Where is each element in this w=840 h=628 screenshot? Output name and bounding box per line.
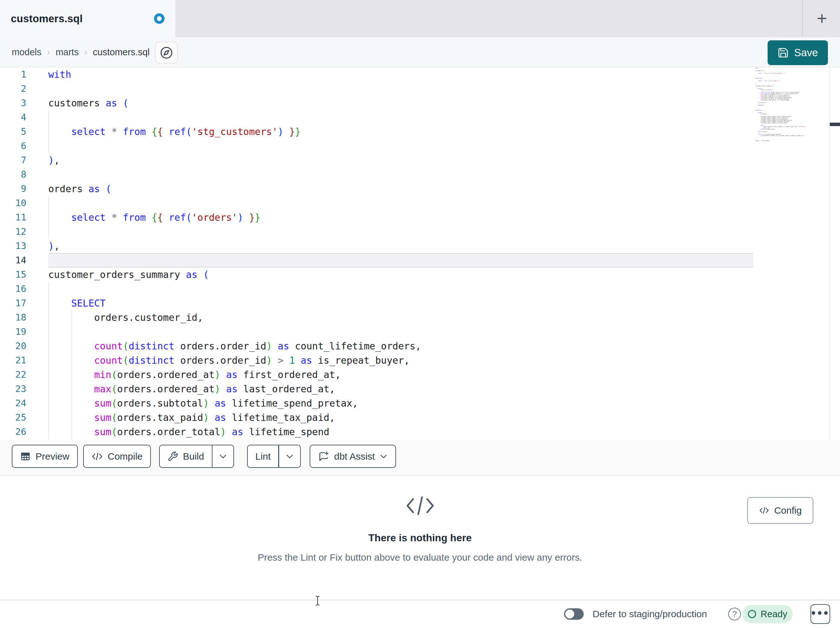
chevron-right-icon: › [84,47,87,57]
line-number[interactable]: 20 [0,339,41,353]
build-dropdown-button[interactable] [212,445,234,467]
code-line: ), [48,153,753,168]
code-line: sum(orders.order_total) as lifetime_spen… [48,425,753,439]
chevron-down-icon [286,454,294,459]
chevron-right-icon: › [47,47,50,57]
code-editor[interactable]: 1234567891011121314151617181920212223242… [0,67,840,440]
assist-chat-icon [318,451,329,462]
floppy-disk-icon [777,47,789,59]
file-tab-customers-sql[interactable]: customers.sql [0,0,175,37]
code-line [48,253,753,267]
line-number[interactable]: 26 [0,425,41,439]
line-number[interactable]: 6 [0,139,41,153]
line-number[interactable]: 5 [0,125,41,139]
new-tab-button[interactable]: + [810,7,833,30]
line-number[interactable]: 2 [0,82,41,96]
code-line [48,325,753,339]
minimap-line: select * from joined [755,140,829,141]
line-number[interactable]: 22 [0,367,41,382]
config-button-label: Config [774,505,802,516]
code-brackets-icon [405,495,436,517]
code-line: customers as ( [48,96,753,110]
defer-toggle[interactable] [564,608,584,620]
code-icon [759,506,769,515]
help-icon[interactable]: ? [728,607,741,620]
line-number[interactable]: 17 [0,296,41,310]
code-line: count(distinct orders.order_id) > 1 as i… [48,353,753,367]
code-line [48,282,753,296]
code-lines[interactable]: withcustomers as ( select * from {{ ref(… [48,67,753,439]
code-line: ), [48,239,753,253]
empty-state-subtitle: Press the Lint or Fix button above to ev… [257,552,582,563]
build-button[interactable]: Build [159,445,234,468]
code-line: customer_orders_summary as ( [48,267,753,282]
line-number[interactable]: 11 [0,210,41,225]
line-number[interactable]: 15 [0,267,41,282]
line-number[interactable]: 1 [0,67,41,82]
code-line: SELECT [48,296,753,310]
toggle-knob [565,610,574,619]
wrench-icon [167,451,178,462]
ellipsis-icon: ●●● [811,612,829,615]
line-number[interactable]: 21 [0,353,41,367]
chevron-down-icon [219,454,227,459]
empty-state-title: There is nothing here [368,532,472,544]
line-number[interactable]: 4 [0,110,41,125]
line-number[interactable]: 13 [0,239,41,253]
line-number[interactable]: 3 [0,96,41,110]
code-line [48,82,753,96]
code-line [48,225,753,239]
status-badge-label: Ready [761,609,787,619]
tab-bar-divider [802,0,803,37]
breadcrumb-item-marts[interactable]: marts [55,47,79,57]
line-number[interactable]: 16 [0,282,41,296]
line-number[interactable]: 19 [0,325,41,339]
code-line [48,168,753,182]
save-button[interactable]: Save [767,40,828,65]
config-button[interactable]: Config [747,497,813,524]
file-tab-title: customers.sql [11,13,82,25]
preview-button[interactable]: Preview [12,445,78,468]
preview-button-label: Preview [36,451,69,462]
minimap[interactable]: withcustomers as ( select * from {{ ref(… [755,68,829,141]
chevron-down-icon [379,454,388,459]
line-number[interactable]: 25 [0,410,41,425]
code-line: sum(orders.tax_paid) as lifetime_tax_pai… [48,410,753,425]
line-number-gutter: 1234567891011121314151617181920212223242… [0,67,41,439]
more-options-button[interactable]: ●●● [810,604,830,624]
code-line: min(orders.ordered_at) as first_ordered_… [48,367,753,382]
line-number[interactable]: 14 [0,253,41,267]
line-number[interactable]: 23 [0,382,41,396]
line-number[interactable]: 10 [0,196,41,210]
breadcrumb-item-file[interactable]: customers.sql [93,47,150,57]
save-button-label: Save [794,47,818,59]
breadcrumb: models › marts › customers.sql [12,37,150,67]
scrollbar-thumb[interactable] [830,123,840,126]
unsaved-changes-dot-icon [154,13,164,24]
compile-button-label: Compile [108,451,142,462]
breadcrumb-item-models[interactable]: models [12,47,42,57]
plus-icon: + [817,9,827,27]
dbt-ide-window: customers.sql + models › marts › custome… [0,0,840,628]
status-circle-icon [748,610,756,618]
code-icon [92,452,103,461]
code-line: orders.customer_id, [48,310,753,325]
lint-dropdown-button[interactable] [279,445,300,467]
lint-button[interactable]: Lint [247,445,301,468]
compile-button[interactable]: Compile [83,445,151,468]
code-quality-panel: There is nothing here Press the Lint or … [0,476,840,600]
line-number[interactable]: 8 [0,168,41,182]
line-number[interactable]: 9 [0,182,41,196]
line-number[interactable]: 12 [0,225,41,239]
status-bar: Defer to staging/production ? Ready ●●● [0,600,840,628]
lineage-compass-button[interactable] [155,42,178,64]
code-line [48,139,753,153]
line-number[interactable]: 7 [0,153,41,168]
line-number[interactable]: 24 [0,396,41,410]
code-line: sum(orders.subtotal) as lifetime_spend_p… [48,396,753,410]
lint-button-label: Lint [255,451,271,462]
code-line [48,110,753,125]
line-number[interactable]: 18 [0,310,41,325]
dbt-assist-button[interactable]: dbt Assist [309,445,396,468]
bottom-toolbar: Preview Compile [0,440,840,476]
